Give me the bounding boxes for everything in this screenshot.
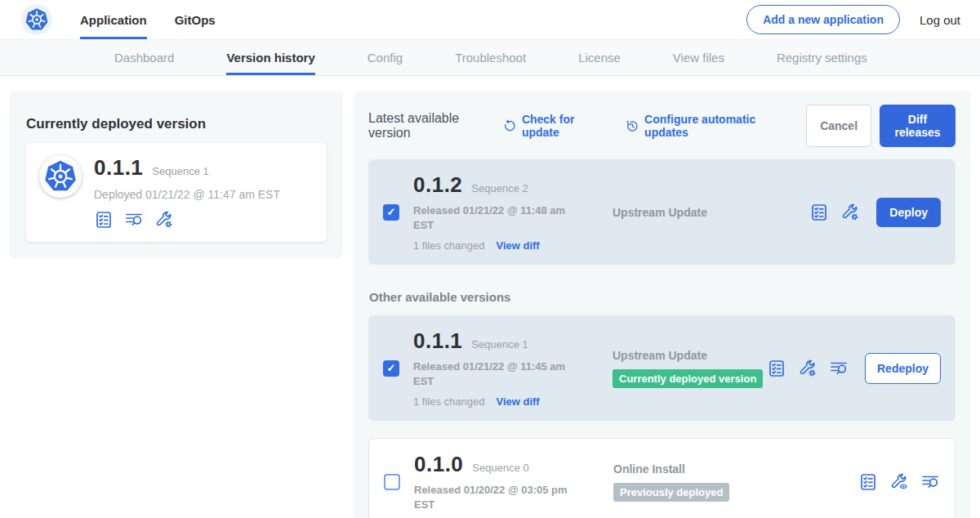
- version-checkbox[interactable]: [384, 474, 400, 490]
- files-changed: 1 files changed: [413, 395, 484, 408]
- subnav-item-config[interactable]: Config: [368, 40, 403, 75]
- edit-config-icon[interactable]: [798, 359, 817, 378]
- version-card-0-1-1: 0.1.1 Sequence 1 Released 01/21/22 @ 11:…: [368, 315, 956, 421]
- configure-updates-label: Configure automatic updates: [644, 113, 785, 139]
- available-panel-title: Latest available version: [368, 111, 490, 141]
- cancel-button[interactable]: Cancel: [806, 105, 871, 147]
- subnav-item-license[interactable]: License: [578, 40, 621, 75]
- release-notes-icon[interactable]: [858, 472, 878, 492]
- deployed-timestamp: Deployed 01/21/22 @ 11:47 am EST: [94, 188, 280, 201]
- tab-gitops[interactable]: GitOps: [175, 0, 216, 39]
- deploy-button[interactable]: Deploy: [876, 198, 941, 227]
- subnav-item-dashboard[interactable]: Dashboard: [114, 40, 174, 75]
- version-sequence: Sequence 2: [471, 182, 528, 194]
- deployed-version-card: 0.1.1 Sequence 1 Deployed 01/21/22 @ 11:…: [26, 143, 327, 242]
- edit-config-icon[interactable]: [840, 203, 860, 222]
- version-number: 0.1.1: [413, 328, 462, 354]
- redeploy-button[interactable]: Redeploy: [865, 353, 941, 384]
- check-update-icon: [503, 118, 517, 134]
- app-icon: [39, 155, 82, 198]
- files-changed: 1 files changed: [413, 239, 484, 252]
- deploy-logs-icon[interactable]: [829, 359, 849, 378]
- add-application-button[interactable]: Add a new application: [746, 5, 900, 34]
- auto-update-icon: [626, 118, 639, 134]
- previously-deployed-badge: Previously deployed: [613, 483, 729, 502]
- version-number: 0.1.0: [414, 452, 463, 477]
- release-date: Released 01/20/22 @ 03:05 pm EST: [414, 483, 577, 511]
- deploy-logs-icon[interactable]: [920, 472, 940, 492]
- version-sequence: Sequence 0: [472, 462, 528, 474]
- version-card-0-1-2: 0.1.2 Sequence 2 Released 01/21/22 @ 11:…: [368, 159, 956, 265]
- check-for-update-link[interactable]: Check for update: [503, 113, 604, 139]
- diff-releases-button[interactable]: Diff releases: [880, 105, 956, 147]
- currently-deployed-badge: Currently deployed version: [612, 369, 763, 388]
- currently-deployed-panel: Currently deployed version 0.1.1 Sequenc…: [10, 91, 343, 258]
- subnav-item-view-files[interactable]: View files: [673, 40, 724, 75]
- version-source: Upstream Update: [612, 206, 809, 219]
- subnav-item-registry-settings[interactable]: Registry settings: [777, 40, 867, 75]
- version-card-0-1-0: 0.1.0 Sequence 0 Released 01/20/22 @ 03:…: [368, 438, 956, 518]
- tab-application[interactable]: Application: [80, 0, 147, 39]
- available-versions-panel: Latest available version Check for updat…: [354, 91, 970, 518]
- version-sequence: Sequence 1: [471, 338, 528, 351]
- view-config-icon[interactable]: [889, 472, 909, 492]
- subnav-item-version-history[interactable]: Version history: [226, 40, 314, 75]
- release-notes-icon[interactable]: [767, 359, 786, 378]
- view-diff-link[interactable]: View diff: [496, 239, 539, 252]
- release-date: Released 01/21/22 @ 11:45 am EST: [413, 359, 577, 388]
- version-source: Upstream Update: [612, 349, 767, 362]
- version-checkbox[interactable]: [383, 204, 399, 221]
- view-diff-link[interactable]: View diff: [496, 395, 539, 408]
- kubernetes-logo[interactable]: [21, 4, 52, 35]
- deployed-version-number: 0.1.1: [94, 155, 143, 181]
- release-notes-icon[interactable]: [809, 203, 829, 222]
- subnav-item-troubleshoot[interactable]: Troubleshoot: [455, 40, 526, 75]
- configure-automatic-updates-link[interactable]: Configure automatic updates: [626, 113, 785, 139]
- app-subnav: Dashboard Version history Config Trouble…: [0, 40, 980, 76]
- top-nav: Application GitOps Add a new application…: [0, 0, 980, 40]
- main-content: Currently deployed version 0.1.1 Sequenc…: [0, 76, 980, 518]
- deploy-logs-icon[interactable]: [124, 210, 144, 230]
- deployed-sequence-label: Sequence 1: [152, 165, 208, 177]
- release-notes-icon[interactable]: [94, 210, 114, 230]
- edit-config-icon[interactable]: [154, 210, 174, 230]
- release-date: Released 01/21/22 @ 11:48 am EST: [413, 203, 577, 232]
- deployed-panel-title: Currently deployed version: [26, 116, 327, 132]
- other-versions-title: Other available versions: [369, 290, 956, 304]
- version-source: Online Install: [613, 462, 858, 476]
- version-checkbox[interactable]: [383, 360, 399, 377]
- logout-button[interactable]: Log out: [920, 13, 960, 27]
- check-for-update-label: Check for update: [522, 113, 604, 139]
- version-number: 0.1.2: [413, 172, 462, 198]
